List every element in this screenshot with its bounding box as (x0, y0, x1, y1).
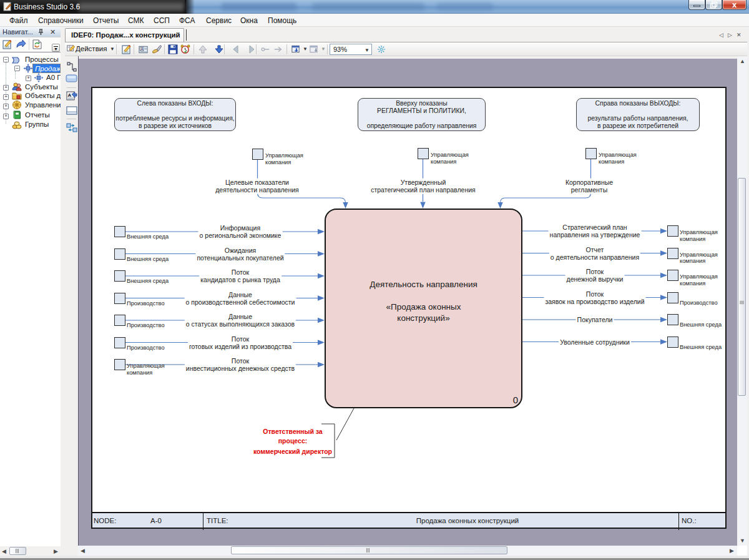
svg-text:A: A (140, 47, 144, 51)
svg-text:A: A (68, 92, 72, 98)
